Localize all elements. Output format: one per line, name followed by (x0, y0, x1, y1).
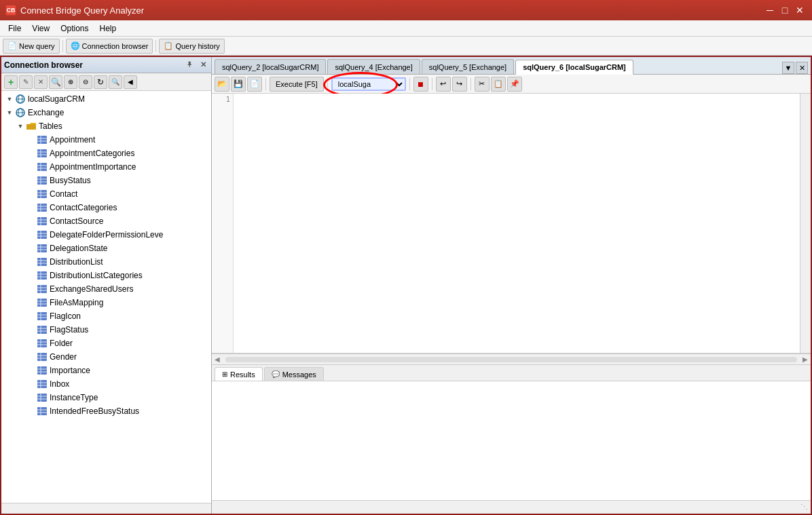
tree-expander[interactable] (26, 338, 37, 349)
tree-expander[interactable] (26, 216, 37, 227)
tree-expander[interactable] (26, 202, 37, 213)
menu-view[interactable]: View (26, 22, 55, 35)
tree-filter-button[interactable]: 🔍 (109, 75, 122, 89)
tree-item[interactable]: AppointmentCategories (1, 147, 211, 160)
connection-browser-button[interactable]: 🌐 Connection browser (66, 39, 153, 54)
redo-button[interactable]: ↪ (452, 77, 467, 92)
svg-rect-14 (37, 163, 47, 171)
tree-item[interactable]: FlagIcon (1, 309, 211, 323)
messages-tab[interactable]: 💬 Messages (264, 367, 324, 381)
save-file-button[interactable]: 💾 (231, 77, 246, 92)
tree-container[interactable]: ▼localSugarCRM▼Exchange▼TablesAppointmen… (1, 91, 211, 503)
copy-button[interactable]: 📋 (491, 77, 506, 92)
tree-expander[interactable] (26, 284, 37, 294)
tree-expander[interactable]: ▼ (4, 107, 15, 118)
tree-item[interactable]: IntendedFreeBusyStatus (1, 404, 211, 418)
tree-expander[interactable] (26, 379, 37, 389)
tree-item[interactable]: ▼Exchange (1, 106, 211, 119)
tree-expander[interactable] (26, 297, 37, 308)
tab-sqlquery-6[interactable]: sqlQuery_6 [localSugarCRM] (515, 60, 633, 75)
tree-add-button[interactable]: + (4, 75, 18, 89)
stop-button[interactable]: ⏹ (413, 77, 428, 92)
panel-pin-button[interactable]: 🖈 (184, 60, 196, 69)
tree-item[interactable]: Gender (1, 350, 211, 364)
tree-item[interactable]: DelegateFolderPermissionLeve (1, 228, 211, 242)
tree-delete-button[interactable]: ✕ (34, 75, 48, 89)
tree-item[interactable]: ▼localSugarCRM (1, 92, 211, 106)
tree-item[interactable]: InstanceType (1, 391, 211, 404)
export-button[interactable]: 📄 (247, 77, 262, 92)
tree-expander[interactable] (26, 175, 37, 186)
tree-item[interactable]: DistributionList (1, 255, 211, 269)
tree-expand-button[interactable]: ⊕ (64, 75, 77, 89)
results-tab[interactable]: ⊞ Results (215, 367, 263, 381)
tree-expander[interactable] (26, 189, 37, 199)
tree-refresh-button[interactable]: ↻ (94, 75, 107, 89)
tree-expander[interactable] (26, 270, 37, 281)
tree-expander[interactable] (26, 324, 37, 335)
tree-item[interactable]: ContactCategories (1, 201, 211, 214)
sql-editor[interactable] (234, 94, 800, 353)
results-content[interactable] (212, 381, 811, 500)
menu-options[interactable]: Options (55, 22, 94, 35)
cut-button[interactable]: ✂ (475, 77, 490, 92)
tree-item[interactable]: FlagStatus (1, 323, 211, 337)
tree-item[interactable]: ▼Tables (1, 119, 211, 133)
tab-dropdown-button[interactable]: ▼ (782, 62, 794, 74)
tree-expander[interactable] (26, 148, 37, 159)
tree-expander[interactable] (26, 351, 37, 362)
tree-item[interactable]: DelegationState (1, 242, 211, 255)
tab-sqlquery-2[interactable]: sqlQuery_2 [localSugarCRM] (215, 59, 326, 74)
undo-button[interactable]: ↩ (436, 77, 451, 92)
tree-item[interactable]: ContactSource (1, 214, 211, 228)
tree-item[interactable]: Appointment (1, 133, 211, 147)
tree-expander[interactable] (26, 243, 37, 254)
tree-expander[interactable] (26, 406, 37, 417)
execute-button[interactable]: Execute [F5] (270, 77, 324, 92)
new-query-button[interactable]: 📄 New query (3, 39, 60, 54)
tree-expander[interactable] (26, 311, 37, 322)
minimize-button[interactable]: ─ (763, 3, 777, 17)
tree-expander[interactable] (26, 161, 37, 172)
tree-back-button[interactable]: ◀ (124, 75, 137, 89)
panel-close-button[interactable]: ✕ (198, 60, 208, 69)
tree-expander[interactable]: ▼ (15, 121, 26, 132)
tree-expander[interactable]: ▼ (4, 94, 15, 104)
tree-edit-button[interactable]: ✎ (19, 75, 33, 89)
resize-handle[interactable]: ⋱ (800, 503, 808, 512)
maximize-button[interactable]: □ (778, 3, 792, 17)
tree-item[interactable]: Inbox (1, 377, 211, 391)
tree-expander[interactable] (26, 229, 37, 240)
tab-sqlquery-5[interactable]: sqlQuery_5 [Exchange] (422, 59, 514, 74)
tree-expander[interactable] (26, 134, 37, 145)
left-panel-scrollbar[interactable] (1, 503, 211, 514)
editor-horizontal-scrollbar[interactable]: ◀ ▶ (212, 354, 811, 364)
tree-search-button[interactable]: 🔍 (49, 75, 62, 89)
query-history-button[interactable]: 📋 Query history (159, 39, 224, 54)
tree-item[interactable]: DistributionListCategories (1, 269, 211, 282)
query-history-icon: 📋 (164, 41, 173, 50)
svg-rect-86 (37, 407, 47, 415)
tree-item[interactable]: Importance (1, 364, 211, 377)
tree-collapse-button[interactable]: ⊖ (79, 75, 92, 89)
editor-vertical-scrollbar[interactable] (800, 94, 811, 353)
tree-item[interactable]: BusyStatus (1, 174, 211, 187)
tree-item[interactable]: Folder (1, 337, 211, 350)
tab-close-button[interactable]: ✕ (796, 62, 808, 74)
tab-sqlquery-4[interactable]: sqlQuery_4 [Exchange] (327, 59, 420, 74)
tree-item[interactable]: FileAsMapping (1, 296, 211, 309)
tree-expander[interactable] (26, 256, 37, 267)
tree-item-label: FlagIcon (50, 311, 81, 321)
open-file-button[interactable]: 📂 (215, 77, 229, 92)
tree-item[interactable]: ExchangeSharedUsers (1, 282, 211, 296)
tree-expander[interactable] (26, 392, 37, 403)
paste-button[interactable]: 📌 (507, 77, 522, 92)
menu-file[interactable]: File (3, 22, 26, 35)
scrollbar-track (225, 357, 797, 362)
tree-item[interactable]: Contact (1, 187, 211, 201)
close-button[interactable]: ✕ (793, 3, 807, 17)
menu-help[interactable]: Help (94, 22, 122, 35)
connection-selector[interactable]: localSuga localSugarCRM Exchange (331, 77, 406, 91)
tree-expander[interactable] (26, 365, 37, 376)
tree-item[interactable]: AppointmentImportance (1, 160, 211, 174)
